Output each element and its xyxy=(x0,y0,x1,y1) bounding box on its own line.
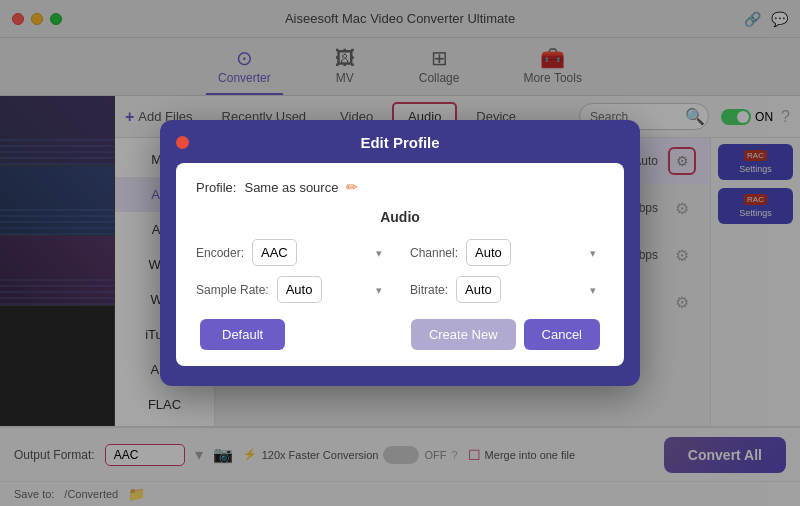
modal-header: Edit Profile xyxy=(160,120,640,163)
modal-section-title: Audio xyxy=(196,209,604,225)
encoder-select[interactable]: AAC xyxy=(252,239,297,266)
modal-action-buttons: Create New Cancel xyxy=(411,319,600,350)
create-new-button[interactable]: Create New xyxy=(411,319,516,350)
sample-rate-label: Sample Rate: xyxy=(196,283,269,297)
profile-label: Profile: xyxy=(196,180,236,195)
sample-rate-select-wrapper: Auto xyxy=(277,276,390,303)
modal-title: Edit Profile xyxy=(360,134,439,151)
channel-select-wrapper: Auto xyxy=(466,239,604,266)
encoder-label: Encoder: xyxy=(196,246,244,260)
modal-overlay: Edit Profile Profile: Same as source ✏ A… xyxy=(0,0,800,506)
modal-body: Profile: Same as source ✏ Audio Encoder:… xyxy=(176,163,624,366)
profile-value: Same as source xyxy=(244,180,338,195)
encoder-field: Encoder: AAC xyxy=(196,239,390,266)
modal-close-button[interactable] xyxy=(176,136,189,149)
bitrate-field: Bitrate: Auto xyxy=(410,276,604,303)
profile-row: Profile: Same as source ✏ xyxy=(196,179,604,195)
encoder-select-wrapper: AAC xyxy=(252,239,390,266)
channel-label: Channel: xyxy=(410,246,458,260)
sample-rate-select[interactable]: Auto xyxy=(277,276,322,303)
channel-field: Channel: Auto xyxy=(410,239,604,266)
channel-select[interactable]: Auto xyxy=(466,239,511,266)
sample-rate-field: Sample Rate: Auto xyxy=(196,276,390,303)
modal-footer: Default Create New Cancel xyxy=(196,319,604,350)
modal-fields-grid: Encoder: AAC Channel: A xyxy=(196,239,604,303)
bitrate-label: Bitrate: xyxy=(410,283,448,297)
edit-profile-icon[interactable]: ✏ xyxy=(346,179,358,195)
bitrate-select[interactable]: Auto xyxy=(456,276,501,303)
default-button[interactable]: Default xyxy=(200,319,285,350)
edit-profile-modal: Edit Profile Profile: Same as source ✏ A… xyxy=(160,120,640,386)
cancel-button[interactable]: Cancel xyxy=(524,319,600,350)
bitrate-select-wrapper: Auto xyxy=(456,276,604,303)
